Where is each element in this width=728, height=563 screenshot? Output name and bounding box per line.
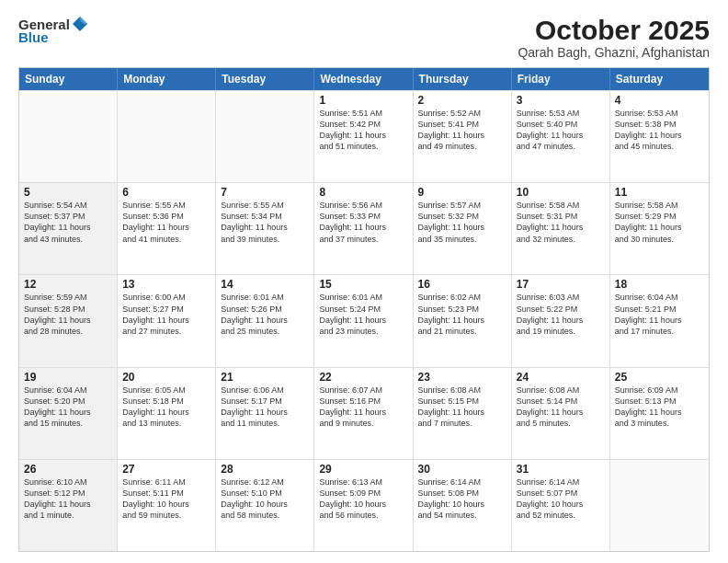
day-number: 8 xyxy=(319,186,407,199)
day-number: 24 xyxy=(517,371,605,384)
day-number: 17 xyxy=(517,278,605,291)
calendar-cell: 17Sunrise: 6:03 AM Sunset: 5:22 PM Dayli… xyxy=(512,275,610,366)
cell-text: Sunrise: 5:58 AM Sunset: 5:31 PM Dayligh… xyxy=(517,200,605,245)
calendar-cell: 30Sunrise: 6:14 AM Sunset: 5:08 PM Dayli… xyxy=(414,460,512,551)
weekday-header: Monday xyxy=(118,68,216,90)
calendar-cell: 11Sunrise: 5:58 AM Sunset: 5:29 PM Dayli… xyxy=(610,183,709,274)
cell-text: Sunrise: 5:53 AM Sunset: 5:40 PM Dayligh… xyxy=(517,108,605,153)
cell-text: Sunrise: 5:53 AM Sunset: 5:38 PM Dayligh… xyxy=(615,108,704,153)
cell-text: Sunrise: 6:14 AM Sunset: 5:08 PM Dayligh… xyxy=(418,477,506,522)
calendar-cell: 7Sunrise: 5:55 AM Sunset: 5:34 PM Daylig… xyxy=(216,183,314,274)
calendar-cell: 24Sunrise: 6:08 AM Sunset: 5:14 PM Dayli… xyxy=(512,368,610,459)
day-number: 6 xyxy=(122,186,210,199)
calendar-cell: 5Sunrise: 5:54 AM Sunset: 5:37 PM Daylig… xyxy=(19,183,118,274)
calendar-cell: 12Sunrise: 5:59 AM Sunset: 5:28 PM Dayli… xyxy=(19,275,118,366)
cell-text: Sunrise: 5:55 AM Sunset: 5:34 PM Dayligh… xyxy=(221,200,309,245)
cell-text: Sunrise: 5:55 AM Sunset: 5:36 PM Dayligh… xyxy=(122,200,210,245)
cell-text: Sunrise: 6:08 AM Sunset: 5:14 PM Dayligh… xyxy=(517,385,605,430)
calendar-cell: 19Sunrise: 6:04 AM Sunset: 5:20 PM Dayli… xyxy=(19,368,118,459)
day-number: 21 xyxy=(221,371,309,384)
day-number: 11 xyxy=(615,186,704,199)
day-number: 10 xyxy=(517,186,605,199)
calendar-cell: 27Sunrise: 6:11 AM Sunset: 5:11 PM Dayli… xyxy=(118,460,216,551)
calendar-row: 19Sunrise: 6:04 AM Sunset: 5:20 PM Dayli… xyxy=(19,367,709,459)
cell-text: Sunrise: 5:51 AM Sunset: 5:42 PM Dayligh… xyxy=(319,108,407,153)
day-number: 3 xyxy=(517,94,605,107)
day-number: 1 xyxy=(319,94,407,107)
cell-text: Sunrise: 6:14 AM Sunset: 5:07 PM Dayligh… xyxy=(517,477,605,522)
day-number: 31 xyxy=(517,463,605,476)
calendar-cell: 6Sunrise: 5:55 AM Sunset: 5:36 PM Daylig… xyxy=(118,183,216,274)
cell-text: Sunrise: 5:59 AM Sunset: 5:28 PM Dayligh… xyxy=(24,292,112,337)
day-number: 15 xyxy=(319,278,407,291)
cell-text: Sunrise: 6:12 AM Sunset: 5:10 PM Dayligh… xyxy=(221,477,309,522)
calendar-cell: 10Sunrise: 5:58 AM Sunset: 5:31 PM Dayli… xyxy=(512,183,610,274)
day-number: 14 xyxy=(221,278,309,291)
calendar-cell: 21Sunrise: 6:06 AM Sunset: 5:17 PM Dayli… xyxy=(216,368,314,459)
cell-text: Sunrise: 6:06 AM Sunset: 5:17 PM Dayligh… xyxy=(221,385,309,430)
calendar: SundayMondayTuesdayWednesdayThursdayFrid… xyxy=(18,67,710,552)
cell-text: Sunrise: 5:57 AM Sunset: 5:32 PM Dayligh… xyxy=(418,200,506,245)
page: General Blue October 2025 Qarah Bagh, Gh… xyxy=(0,0,728,563)
cell-text: Sunrise: 6:02 AM Sunset: 5:23 PM Dayligh… xyxy=(418,292,506,337)
calendar-cell: 18Sunrise: 6:04 AM Sunset: 5:21 PM Dayli… xyxy=(610,275,709,366)
calendar-cell: 4Sunrise: 5:53 AM Sunset: 5:38 PM Daylig… xyxy=(610,91,709,182)
day-number: 22 xyxy=(319,371,407,384)
weekday-header: Thursday xyxy=(414,68,512,90)
day-number: 16 xyxy=(418,278,506,291)
cell-text: Sunrise: 6:09 AM Sunset: 5:13 PM Dayligh… xyxy=(615,385,704,430)
calendar-cell: 22Sunrise: 6:07 AM Sunset: 5:16 PM Dayli… xyxy=(314,368,413,459)
calendar-cell: 3Sunrise: 5:53 AM Sunset: 5:40 PM Daylig… xyxy=(512,91,610,182)
cell-text: Sunrise: 6:13 AM Sunset: 5:09 PM Dayligh… xyxy=(319,477,407,522)
weekday-header: Saturday xyxy=(610,68,709,90)
day-number: 28 xyxy=(221,463,309,476)
calendar-cell: 14Sunrise: 6:01 AM Sunset: 5:26 PM Dayli… xyxy=(216,275,314,366)
calendar-cell xyxy=(610,460,709,551)
calendar-cell: 31Sunrise: 6:14 AM Sunset: 5:07 PM Dayli… xyxy=(512,460,610,551)
calendar-cell: 2Sunrise: 5:52 AM Sunset: 5:41 PM Daylig… xyxy=(414,91,512,182)
cell-text: Sunrise: 5:56 AM Sunset: 5:33 PM Dayligh… xyxy=(319,200,407,245)
cell-text: Sunrise: 6:04 AM Sunset: 5:21 PM Dayligh… xyxy=(615,292,704,337)
day-number: 4 xyxy=(615,94,704,107)
cell-text: Sunrise: 6:08 AM Sunset: 5:15 PM Dayligh… xyxy=(418,385,506,430)
cell-text: Sunrise: 6:03 AM Sunset: 5:22 PM Dayligh… xyxy=(517,292,605,337)
cell-text: Sunrise: 6:10 AM Sunset: 5:12 PM Dayligh… xyxy=(24,477,112,522)
cell-text: Sunrise: 6:01 AM Sunset: 5:26 PM Dayligh… xyxy=(221,292,309,337)
cell-text: Sunrise: 6:07 AM Sunset: 5:16 PM Dayligh… xyxy=(319,385,407,430)
day-number: 2 xyxy=(418,94,506,107)
calendar-cell: 29Sunrise: 6:13 AM Sunset: 5:09 PM Dayli… xyxy=(314,460,413,551)
calendar-cell xyxy=(19,91,118,182)
day-number: 29 xyxy=(319,463,407,476)
calendar-cell: 8Sunrise: 5:56 AM Sunset: 5:33 PM Daylig… xyxy=(314,183,413,274)
cell-text: Sunrise: 6:01 AM Sunset: 5:24 PM Dayligh… xyxy=(319,292,407,337)
weekday-header: Tuesday xyxy=(216,68,314,90)
cell-text: Sunrise: 5:54 AM Sunset: 5:37 PM Dayligh… xyxy=(24,200,112,245)
cell-text: Sunrise: 6:04 AM Sunset: 5:20 PM Dayligh… xyxy=(24,385,112,430)
calendar-cell: 13Sunrise: 6:00 AM Sunset: 5:27 PM Dayli… xyxy=(118,275,216,366)
calendar-cell: 20Sunrise: 6:05 AM Sunset: 5:18 PM Dayli… xyxy=(118,368,216,459)
weekday-header: Sunday xyxy=(19,68,118,90)
day-number: 7 xyxy=(221,186,309,199)
calendar-header: SundayMondayTuesdayWednesdayThursdayFrid… xyxy=(19,68,709,90)
day-number: 9 xyxy=(418,186,506,199)
calendar-cell: 26Sunrise: 6:10 AM Sunset: 5:12 PM Dayli… xyxy=(19,460,118,551)
calendar-cell: 1Sunrise: 5:51 AM Sunset: 5:42 PM Daylig… xyxy=(314,91,413,182)
day-number: 12 xyxy=(24,278,112,291)
weekday-header: Wednesday xyxy=(314,68,413,90)
cell-text: Sunrise: 6:11 AM Sunset: 5:11 PM Dayligh… xyxy=(122,477,210,522)
calendar-row: 1Sunrise: 5:51 AM Sunset: 5:42 PM Daylig… xyxy=(19,90,709,182)
calendar-row: 26Sunrise: 6:10 AM Sunset: 5:12 PM Dayli… xyxy=(19,459,709,551)
cell-text: Sunrise: 6:00 AM Sunset: 5:27 PM Dayligh… xyxy=(122,292,210,337)
day-number: 25 xyxy=(615,371,704,384)
calendar-row: 12Sunrise: 5:59 AM Sunset: 5:28 PM Dayli… xyxy=(19,274,709,366)
cell-text: Sunrise: 6:05 AM Sunset: 5:18 PM Dayligh… xyxy=(122,385,210,430)
day-number: 20 xyxy=(122,371,210,384)
cell-text: Sunrise: 5:52 AM Sunset: 5:41 PM Dayligh… xyxy=(418,108,506,153)
day-number: 13 xyxy=(122,278,210,291)
location-title: Qarah Bagh, Ghazni, Afghanistan xyxy=(518,45,710,60)
day-number: 23 xyxy=(418,371,506,384)
day-number: 5 xyxy=(24,186,112,199)
calendar-row: 5Sunrise: 5:54 AM Sunset: 5:37 PM Daylig… xyxy=(19,182,709,274)
month-title: October 2025 xyxy=(518,15,710,45)
day-number: 19 xyxy=(24,371,112,384)
